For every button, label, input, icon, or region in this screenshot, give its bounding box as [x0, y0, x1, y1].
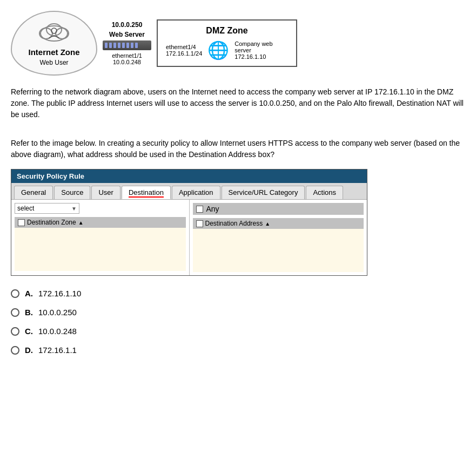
web-server-ip: 10.0.0.250 [112, 21, 143, 29]
tab-destination[interactable]: Destination [122, 186, 171, 199]
firewall-device [103, 40, 151, 50]
tab-service-url[interactable]: Service/URL Category [222, 186, 305, 199]
internet-zone-title: Internet Zone [23, 48, 85, 57]
tab-general[interactable]: General [14, 186, 53, 199]
tab-actions[interactable]: Actions [306, 186, 343, 199]
dropdown-arrow-icon: ▼ [71, 206, 77, 212]
any-label: Any [206, 205, 219, 213]
answer-d-letter: D. [25, 345, 33, 355]
web-server-label: Web Server [109, 31, 145, 38]
destination-address-panel: Any Destination Address ▲ [190, 200, 367, 275]
policy-title: Security Policy Rule [11, 169, 367, 183]
radio-b[interactable] [11, 308, 19, 317]
answer-a: A. 172.16.1.10 [11, 289, 465, 298]
answer-a-letter: A. [25, 289, 33, 298]
firewall-section: 10.0.0.250 Web Server ethernet1/1 10.0.0… [103, 21, 151, 65]
dmz-zone-title: DMZ Zone [166, 26, 288, 36]
tab-application[interactable]: Application [172, 186, 220, 199]
answer-choices: A. 172.16.1.10 B. 10.0.0.250 C. 10.0.0.2… [11, 289, 465, 355]
answer-b: B. 10.0.0.250 [11, 308, 465, 317]
answer-c-value: 10.0.0.248 [38, 327, 77, 336]
answer-b-value: 10.0.0.250 [38, 308, 77, 317]
answer-c-letter: C. [25, 327, 33, 336]
destination-zone-panel: select ▼ Destination Zone ▲ [11, 200, 190, 275]
security-policy-rule: Security Policy Rule General Source User… [11, 169, 367, 276]
sort-arrow-right-icon: ▲ [265, 221, 270, 227]
ethernet1-1-label: ethernet1/1 10.0.0.248 [112, 52, 142, 65]
internet-zone: Internet Zone Web User [11, 11, 97, 76]
radio-a[interactable] [11, 289, 19, 298]
dmz-zone: DMZ Zone ethernet1/4 172.16.1.1/24 🌐 Com… [157, 19, 297, 67]
any-checkbox[interactable] [196, 206, 203, 213]
policy-tabs: General Source User Destination Applicat… [11, 183, 367, 200]
destination-address-content [193, 229, 364, 272]
description1: Referring to the network diagram above, … [11, 86, 465, 120]
select-row: select ▼ [15, 203, 186, 214]
globe-icon: 🌐 [207, 40, 229, 60]
web-user-label: Web User [23, 59, 85, 66]
zone-select-dropdown[interactable]: select ▼ [15, 203, 79, 214]
any-row: Any [193, 203, 364, 215]
answer-d: D. 172.16.1.1 [11, 345, 465, 355]
answer-d-value: 172.16.1.1 [38, 345, 77, 355]
tab-user[interactable]: User [91, 186, 120, 199]
destination-zone-content [15, 228, 186, 271]
dmz-content: ethernet1/4 172.16.1.1/24 🌐 Company web … [166, 40, 288, 60]
radio-d[interactable] [11, 346, 19, 355]
description2: Refer to the image below. In creating a … [11, 138, 465, 160]
destination-zone-checkbox[interactable] [18, 219, 25, 226]
sort-arrow-icon: ▲ [78, 220, 84, 226]
answer-a-value: 172.16.1.10 [38, 289, 81, 298]
cloud-icon [23, 20, 85, 45]
radio-c[interactable] [11, 327, 19, 336]
network-diagram: Internet Zone Web User 10.0.0.250 Web Se… [11, 11, 465, 76]
answer-c: C. 10.0.0.248 [11, 327, 465, 336]
policy-body: select ▼ Destination Zone ▲ Any Destinat… [11, 200, 367, 275]
destination-address-header: Destination Address ▲ [193, 218, 364, 229]
ethernet-dmz-info: ethernet1/4 172.16.1.1/24 [166, 44, 202, 57]
answer-b-letter: B. [25, 308, 33, 317]
company-server-info: Company web server 172.16.1.10 [234, 40, 288, 60]
destination-zone-header: Destination Zone ▲ [15, 217, 186, 228]
destination-address-checkbox[interactable] [196, 220, 203, 227]
tab-source[interactable]: Source [54, 186, 90, 199]
